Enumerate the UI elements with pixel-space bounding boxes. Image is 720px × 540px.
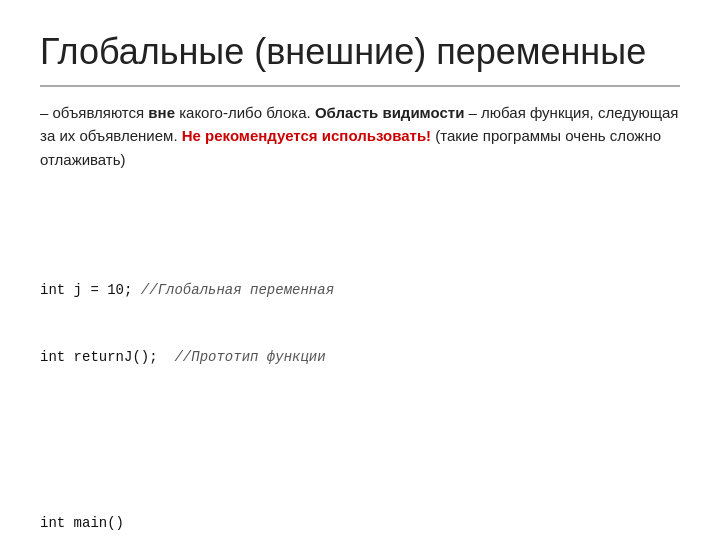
- desc-warning: Не рекомендуется использовать!: [182, 127, 431, 144]
- desc-vne: вне: [148, 104, 175, 121]
- code-main: int main() { printf("j = %d, from functi…: [40, 468, 680, 540]
- desc-part1: – объявляются: [40, 104, 148, 121]
- code-block: int j = 10; //Глобальная переменная int …: [40, 189, 680, 540]
- desc-oblast: Область видимости: [315, 104, 464, 121]
- code-line-2: int returnJ(); //Прототип функции: [40, 346, 680, 368]
- description-text: – объявляются вне какого-либо блока. Обл…: [40, 101, 680, 171]
- desc-part2: какого-либо блока.: [175, 104, 315, 121]
- code-line-4: int main(): [40, 512, 680, 534]
- comment-2: //Прототип функции: [174, 349, 325, 365]
- comment-1: //Глобальная переменная: [141, 282, 334, 298]
- title-divider: [40, 85, 680, 87]
- code-globals: int j = 10; //Глобальная переменная int …: [40, 234, 680, 413]
- page-title: Глобальные (внешние) переменные: [40, 30, 680, 73]
- code-line-1: int j = 10; //Глобальная переменная: [40, 279, 680, 301]
- code-area: int j = 10; //Глобальная переменная int …: [40, 189, 680, 540]
